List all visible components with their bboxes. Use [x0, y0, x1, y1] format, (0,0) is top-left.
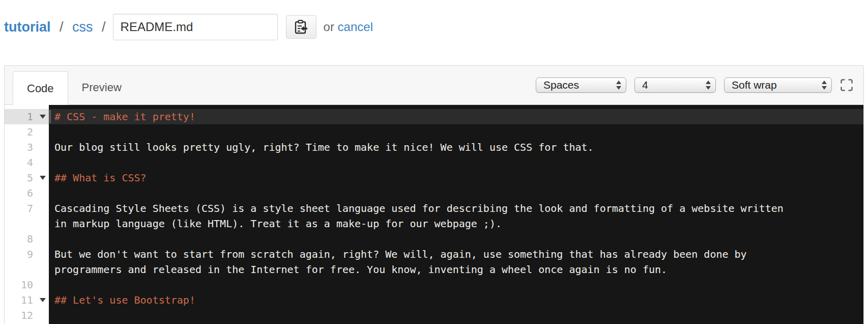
code-editor: 12345678910111213 # CSS - make it pretty…	[5, 105, 863, 324]
line-number: 9	[5, 247, 49, 262]
select-arrows-icon	[616, 80, 621, 90]
editor-panel: Code Preview Spaces 4 Soft wrap	[4, 65, 864, 324]
breadcrumb-repo-link[interactable]: tutorial	[4, 19, 51, 35]
code-row[interactable]: But we don't want to start from scratch …	[49, 247, 863, 262]
code-row[interactable]: ## What is CSS?	[49, 170, 863, 185]
code-row[interactable]: ## Let's use Bootstrap!	[49, 292, 863, 308]
code-row[interactable]	[49, 155, 863, 170]
code-row[interactable]: Cascading Style Sheets (CSS) is a style …	[49, 201, 863, 216]
line-number	[5, 216, 49, 231]
breadcrumb: tutorial / css /	[4, 19, 111, 35]
indent-size-select[interactable]: 4	[634, 77, 716, 93]
gutter: 12345678910111213	[5, 105, 49, 324]
indent-mode-value: Spaces	[543, 79, 579, 91]
line-number: 10	[5, 277, 49, 292]
line-number: 5	[5, 170, 49, 185]
select-arrows-icon	[822, 80, 827, 90]
code-row[interactable]: programmers and released in the Internet…	[49, 262, 863, 277]
fullscreen-button[interactable]	[840, 78, 853, 92]
wrap-mode-select[interactable]: Soft wrap	[724, 77, 832, 93]
indent-mode-select[interactable]: Spaces	[536, 77, 626, 93]
or-cancel: or cancel	[324, 20, 373, 34]
line-number: 3	[5, 140, 49, 155]
line-number: 6	[5, 185, 49, 201]
fold-down-arrow-icon[interactable]	[40, 298, 46, 302]
code-row[interactable]: # CSS - make it pretty!	[49, 109, 863, 124]
indent-size-value: 4	[642, 79, 648, 91]
tab-preview[interactable]: Preview	[68, 71, 135, 104]
line-number: 12	[5, 308, 49, 323]
breadcrumb-folder-link[interactable]: css	[72, 19, 93, 35]
wrap-mode-value: Soft wrap	[732, 79, 777, 91]
editor-toolbar: Spaces 4 Soft wrap	[536, 77, 863, 93]
code-row[interactable]	[49, 231, 863, 247]
code-row[interactable]	[49, 185, 863, 201]
line-number: 8	[5, 231, 49, 247]
line-number: 11	[5, 292, 49, 308]
code-row[interactable]	[49, 308, 863, 323]
filename-input[interactable]	[113, 14, 278, 40]
code-area[interactable]: # CSS - make it pretty!Our blog still lo…	[49, 105, 863, 324]
text-cursor	[49, 110, 51, 123]
clipboard-paste-icon	[294, 19, 308, 35]
select-arrows-icon	[706, 80, 711, 90]
breadcrumb-separator: /	[102, 19, 106, 35]
tab-code[interactable]: Code	[13, 71, 68, 105]
code-row[interactable]: Our blog still looks pretty ugly, right?…	[49, 140, 863, 155]
line-number: 7	[5, 201, 49, 216]
line-number	[5, 262, 49, 277]
code-row[interactable]	[49, 124, 863, 140]
cancel-link[interactable]: cancel	[338, 20, 373, 34]
code-row[interactable]: in markup language (like HTML). Treat it…	[49, 216, 863, 231]
breadcrumb-separator: /	[60, 19, 64, 35]
clipboard-paste-button[interactable]	[286, 15, 316, 39]
line-number: 4	[5, 155, 49, 170]
code-row[interactable]	[49, 277, 863, 292]
fold-down-arrow-icon[interactable]	[40, 115, 46, 119]
line-number: 2	[5, 124, 49, 140]
editor-panel-header: Code Preview Spaces 4 Soft wrap	[5, 66, 863, 105]
screen-full-icon	[840, 78, 853, 92]
or-text: or	[324, 20, 334, 34]
line-number: 1	[5, 109, 49, 124]
file-header-bar: tutorial / css / or cancel	[0, 0, 868, 40]
fold-down-arrow-icon[interactable]	[40, 176, 46, 180]
